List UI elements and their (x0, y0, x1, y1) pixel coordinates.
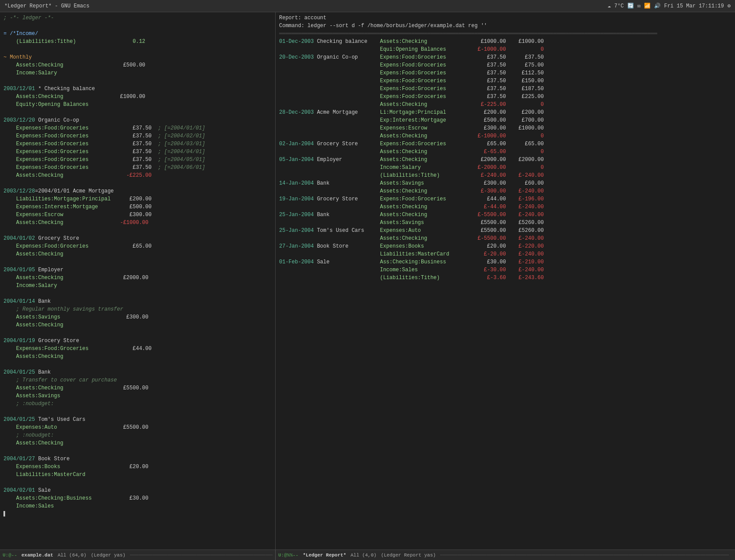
left-line-18: Expenses:Food:Groceries £37.50 ; [=2004/… (0, 156, 275, 164)
left-line-54: Assets:Checking (0, 439, 275, 447)
left-line-14: Expenses:Food:Groceries £37.50 ; [=2004/… (0, 124, 275, 132)
weather-temp: 7°C (614, 3, 624, 9)
left-line-41: 2004/01/19 Grocery Store (0, 337, 275, 345)
report-row-27: Liabilities:MasterCard £-20.00 £-240.00 (276, 250, 735, 258)
left-line-17: Expenses:Food:Groceries £37.50 ; [=2004/… (0, 148, 275, 156)
status-right: U:@%%-- *Ledger Report* All (4,0) (Ledge… (276, 550, 735, 560)
report-row-17: (Liabilities:Tithe) £-240.00 £-240.00 (276, 172, 735, 179)
left-line-51: 2004/01/25 Tom's Used Cars (0, 416, 275, 424)
report-command: Command: ledger --sort d -f /home/borbus… (276, 22, 735, 30)
report-row-23: Assets:Savings £5500.00 £5260.00 (276, 219, 735, 227)
left-line-1 (0, 22, 275, 30)
report-row-25: Assets:Checking £-5500.00 £-240.00 (276, 234, 735, 242)
left-line-8 (0, 77, 275, 85)
left-line-55 (0, 447, 275, 455)
report-row-29: Income:Sales £-30.00 £-240.00 (276, 266, 735, 274)
left-line-37: ; Regular monthly savings transfer (0, 305, 275, 313)
left-line-60: 2004/02/01 Sale (0, 486, 275, 494)
left-line-30: Assets:Checking (0, 250, 275, 258)
report-row-21: Assets:Checking £-44.00 £-240.00 (276, 203, 735, 211)
refresh-icon[interactable]: 🔄 (627, 3, 634, 9)
left-line-19: Expenses:Food:Groceries £37.50 ; [=2004/… (0, 164, 275, 172)
left-line-20: Assets:Checking -£225.00 (0, 172, 275, 179)
left-line-13: 2003/12/20 Organic Co-op (0, 116, 275, 124)
report-row-22: 25-Jan-2004 Bank Assets:Checking £-5500.… (276, 211, 735, 219)
left-line-10: Assets:Checking £1000.00 (0, 93, 275, 101)
status-left: U:@-- example.dat All (64,0) (Ledger yas… (0, 550, 276, 560)
left-line-62: Income:Sales (0, 502, 275, 510)
settings-icon[interactable]: ⚙ (728, 3, 731, 9)
report-row-8: Assets:Checking £-225.00 0 (276, 101, 735, 108)
report-row-9: 28-Dec-2003 Acme Mortgage Li:Mortgage:Pr… (276, 108, 735, 116)
left-line-42: Expenses:Food:Groceries £44.00 (0, 345, 275, 353)
window-title: *Ledger Report* - GNU Emacs (4, 3, 89, 9)
report-row-16: Income:Salary £-2000.00 0 (276, 164, 735, 172)
left-line-36: 2004/01/14 Bank (0, 298, 275, 305)
left-line-5: ~ Monthly (0, 53, 275, 61)
status-filename-right: *Ledger Report* (303, 553, 346, 558)
report-header: Report: account (276, 14, 735, 22)
report-row-5: Expens:Food:Groceries £37.50 £150.00 (276, 77, 735, 85)
report-row-12: Assets:Checking £-1000.00 0 (276, 132, 735, 140)
left-line-26: Assets:Checking -£1000.00 (0, 219, 275, 227)
left-line-35 (0, 290, 275, 298)
report-row-14: Assets:Checking £-65.00 0 (276, 148, 735, 156)
status-fill-right: ────────────────────────────────────────… (440, 553, 732, 558)
left-line-6: Assets:Checking £500.00 (0, 61, 275, 69)
left-line-44 (0, 360, 275, 368)
report-row-20: 19-Jan-2004 Grocery Store Expens:Food:Gr… (276, 195, 735, 203)
status-mode-left: U:@-- (3, 553, 17, 558)
report-row-11: Expenses:Escrow £300.00 £1000.00 (276, 124, 735, 132)
weather-icon: ☁ (608, 3, 611, 9)
left-line-34: Income:Salary (0, 282, 275, 290)
report-row-26: 27-Jan-2004 Book Store Expenses:Books £2… (276, 242, 735, 250)
left-line-56: 2004/01/27 Book Store (0, 455, 275, 463)
left-line-22: 2003/12/28=2004/01/01 Acme Mortgage (0, 187, 275, 195)
left-line-15: Expenses:Food:Groceries £37.50 ; [=2004/… (0, 132, 275, 140)
volume-icon[interactable]: 🔊 (654, 3, 661, 9)
left-line-59 (0, 479, 275, 486)
status-mode-right: U:@%%-- (278, 553, 298, 558)
left-line-38: Assets:Savings £300.00 (0, 313, 275, 321)
network-icon[interactable]: 📶 (644, 3, 651, 9)
report-row-30: (Liabilities:Tithe) £-3.60 £-243.60 (276, 274, 735, 282)
left-line-3: (Liabilities:Tithe) 0.12 (0, 38, 275, 46)
status-bar: U:@-- example.dat All (64,0) (Ledger yas… (0, 550, 735, 560)
left-line-7: Income:Salary (0, 69, 275, 77)
report-row-6: Expens:Food:Groceries £37.50 £187.50 (276, 85, 735, 93)
left-line-45: 2004/01/25 Bank (0, 368, 275, 376)
left-line-12 (0, 108, 275, 116)
status-mode2-left: (Ledger yas) (91, 553, 126, 558)
report-row-28: 01-Feb-2004 Sale Ass:Checking:Business £… (276, 258, 735, 266)
left-line-61: Assets:Checking:Business £30.00 (0, 494, 275, 502)
status-filename-left: example.dat (21, 553, 53, 558)
left-line-11: Equity:Opening Balances (0, 101, 275, 108)
left-line-48: Assets:Savings (0, 392, 275, 400)
left-line-25: Expenses:Escrow £300.00 (0, 211, 275, 219)
left-line-27 (0, 227, 275, 234)
report-row-24: 25-Jan-2004 Tom's Used Cars Expenses:Aut… (276, 227, 735, 234)
report-row-19: Assets:Checking £-300.00 £-240.00 (276, 187, 735, 195)
left-line-52: Expenses:Auto £5500.00 (0, 424, 275, 431)
report-row-10: Exp:Interest:Mortgage £500.00 £700.00 (276, 116, 735, 124)
left-line-32: 2004/01/05 Employer (0, 266, 275, 274)
left-line-46: ; Transfer to cover car purchase (0, 376, 275, 384)
right-pane[interactable]: Report: accountCommand: ledger --sort d … (276, 12, 735, 550)
report-row-0: 01-Dec-2003 Checking balance Assets:Chec… (276, 38, 735, 46)
left-line-33: Assets:Checking £2000.00 (0, 274, 275, 282)
status-mode2-right: (Ledger Report yas) (381, 553, 436, 558)
report-row-2: 20-Dec-2003 Organic Co-op Expens:Food:Gr… (276, 53, 735, 61)
main-area: ; -*- ledger -*- = /*Income/ (Liabilitie… (0, 12, 735, 550)
left-line-40 (0, 329, 275, 337)
left-line-43: Assets:Checking (0, 353, 275, 360)
left-line-28: 2004/01/02 Grocery Store (0, 234, 275, 242)
left-pane[interactable]: ; -*- ledger -*- = /*Income/ (Liabilitie… (0, 12, 276, 550)
left-line-24: Expenses:Interest:Mortgage £500.00 (0, 203, 275, 211)
status-fill-left: ────────────────────────────────────────… (130, 553, 273, 558)
left-line-2: = /*Income/ (0, 30, 275, 38)
left-line-53: ; :nobudget: (0, 431, 275, 439)
mail-icon[interactable]: ✉ (637, 3, 640, 9)
left-line-57: Expenses:Books £20.00 (0, 463, 275, 471)
report-row-13: 02-Jan-2004 Grocery Store Expens:Food:Gr… (276, 140, 735, 148)
left-line-23: Liabilities:Mortgage:Principal £200.00 (0, 195, 275, 203)
